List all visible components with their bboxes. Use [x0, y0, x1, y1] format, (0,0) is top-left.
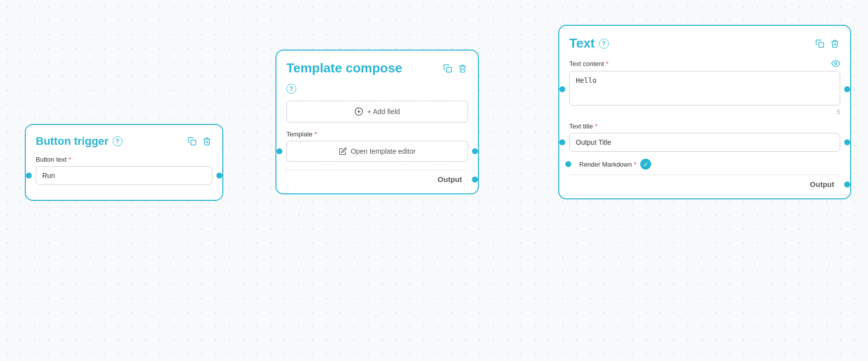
template-compose-help-row: ?	[286, 84, 468, 94]
button-trigger-title: Button trigger	[36, 135, 109, 148]
button-text-field-group: Button text *	[36, 156, 212, 185]
text-node-output-label: Output	[810, 180, 834, 188]
svg-point-6	[835, 62, 837, 65]
text-node-header: Text ?	[569, 36, 840, 51]
text-node-footer: Output	[569, 180, 840, 188]
char-count: 5	[569, 109, 840, 116]
button-trigger-title-group: Button trigger ?	[36, 135, 123, 148]
button-trigger-copy-button[interactable]	[187, 136, 198, 147]
text-title-input-wrapper	[569, 133, 840, 152]
template-required-star: *	[315, 130, 317, 138]
text-node: Text ? Text content *	[558, 25, 851, 199]
text-content-textarea[interactable]: Hello	[569, 71, 840, 106]
template-compose-copy-button[interactable]	[442, 63, 453, 74]
template-left-connector	[276, 148, 282, 154]
add-field-button[interactable]: + Add field	[286, 101, 468, 122]
button-trigger-node: Button trigger ? Button text *	[25, 124, 223, 201]
text-content-right-connector	[844, 86, 850, 92]
button-text-input[interactable]	[36, 166, 212, 185]
text-title-left-connector	[559, 139, 565, 145]
open-template-button[interactable]: Open template editor	[286, 141, 468, 162]
button-trigger-left-connector	[26, 173, 32, 179]
text-title-field-group: Text title *	[569, 122, 840, 152]
text-node-actions	[814, 38, 840, 49]
text-content-label: Text content *	[569, 60, 608, 67]
canvas: Button trigger ? Button text *	[0, 0, 868, 361]
button-text-label: Button text *	[36, 156, 212, 163]
template-compose-actions	[442, 63, 468, 74]
render-markdown-required-star: *	[634, 161, 636, 168]
text-content-required-star: *	[606, 60, 608, 67]
text-content-left-connector	[559, 86, 565, 92]
button-text-input-wrapper	[36, 166, 212, 185]
text-node-title-group: Text ?	[569, 36, 609, 51]
template-output-connector	[472, 177, 478, 182]
button-text-required-star: *	[68, 156, 71, 163]
template-compose-header: Template compose	[286, 60, 468, 76]
template-compose-help-icon[interactable]: ?	[286, 84, 296, 94]
template-compose-node: Template compose ? + Add field Template …	[275, 50, 479, 194]
text-content-input-wrapper: Hello	[569, 71, 840, 108]
render-markdown-left-connector	[565, 161, 571, 167]
open-template-wrapper: Open template editor	[286, 141, 468, 162]
text-node-title: Text	[569, 36, 595, 51]
text-title-label: Text title *	[569, 122, 840, 130]
open-template-label: Open template editor	[351, 147, 416, 155]
template-section-label: Template *	[286, 130, 468, 138]
template-compose-output-label: Output	[438, 175, 462, 183]
svg-rect-0	[191, 140, 196, 145]
template-compose-title-group: Template compose	[286, 60, 402, 76]
text-node-help-icon[interactable]: ?	[599, 39, 609, 49]
button-trigger-right-connector	[216, 173, 222, 179]
template-compose-footer: Output	[286, 170, 468, 183]
text-content-field-group: Text content * Hello 5	[569, 59, 840, 116]
text-node-copy-button[interactable]	[814, 38, 825, 49]
text-content-label-row: Text content *	[569, 59, 840, 71]
button-trigger-delete-button[interactable]	[201, 136, 212, 147]
render-markdown-label: Render Markdown *	[579, 161, 636, 168]
text-title-required-star: *	[595, 122, 598, 130]
button-trigger-help-icon[interactable]: ?	[113, 136, 123, 146]
add-field-label: + Add field	[367, 108, 400, 116]
text-title-input[interactable]	[569, 133, 840, 152]
eye-icon[interactable]	[831, 59, 840, 68]
svg-rect-1	[447, 67, 452, 72]
template-compose-title: Template compose	[286, 60, 402, 76]
template-compose-delete-button[interactable]	[457, 63, 468, 74]
svg-rect-5	[819, 42, 824, 47]
text-output-connector	[844, 181, 850, 187]
button-trigger-header: Button trigger ?	[36, 135, 212, 148]
text-node-delete-button[interactable]	[829, 38, 840, 49]
template-right-connector	[472, 148, 478, 154]
button-trigger-actions	[187, 136, 212, 147]
render-markdown-checkbox[interactable]: ✓	[640, 159, 651, 170]
text-title-right-connector	[844, 139, 850, 145]
render-markdown-field-group: Render Markdown * ✓	[569, 159, 840, 175]
